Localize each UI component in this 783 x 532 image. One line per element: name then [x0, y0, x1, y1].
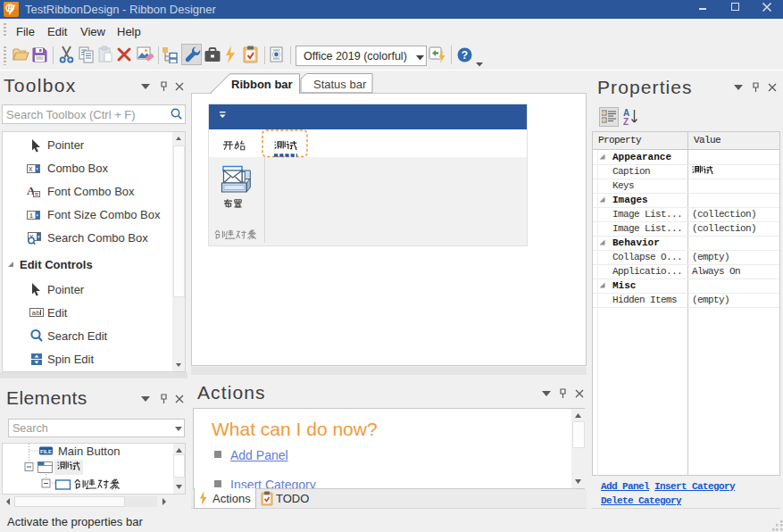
svg-text:FILE: FILE [40, 449, 52, 454]
svg-text:X: X [29, 166, 33, 173]
svg-text:ab: ab [32, 309, 41, 317]
svg-text:?: ? [462, 49, 468, 62]
svg-text:1: 1 [29, 212, 34, 220]
svg-text:Z: Z [623, 117, 629, 126]
